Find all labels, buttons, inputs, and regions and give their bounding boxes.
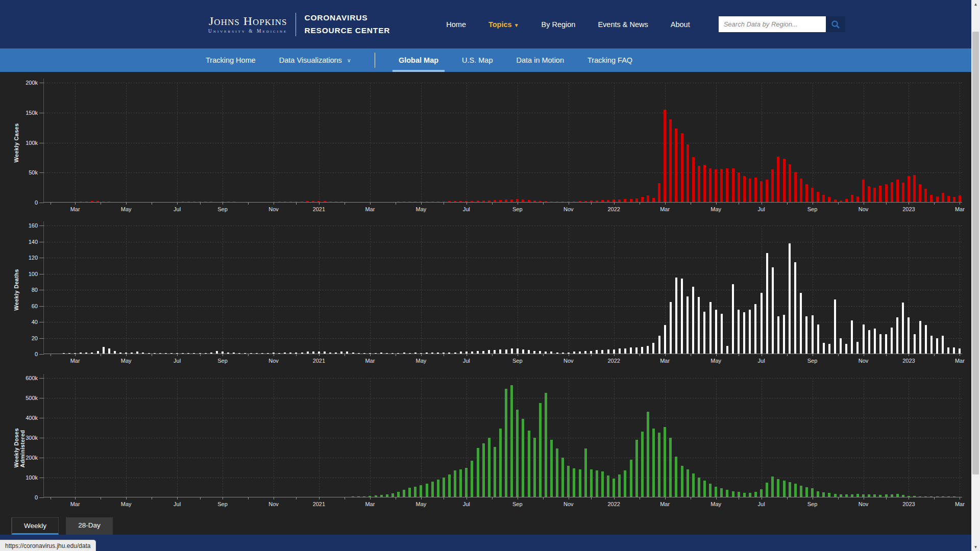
y-tick-label: 400k (14, 415, 38, 421)
x-tick (177, 354, 178, 356)
weekly-deaths-bar (726, 346, 728, 354)
weekly-deaths-bar (856, 342, 859, 354)
nav-by-region[interactable]: By Region (542, 20, 576, 29)
scroll-up-icon[interactable]: ▲ (971, 0, 980, 8)
v-gridline (75, 378, 76, 497)
y-tick-label: 120 (14, 255, 38, 261)
nav-events-news[interactable]: Events & News (598, 20, 648, 29)
subnav-tracking-faq[interactable]: Tracking FAQ (587, 48, 632, 72)
weekly-deaths-bar (868, 330, 870, 354)
x-minor-tick (739, 203, 739, 205)
subnav-divider (375, 53, 375, 68)
weekly-doses-administered-bar (426, 484, 428, 497)
weekly-deaths-bar (789, 243, 791, 354)
x-tick (909, 203, 909, 205)
x-minor-tick (640, 203, 640, 205)
x-minor-tick (543, 497, 544, 499)
weekly-doses-administered-bar (687, 469, 689, 497)
x-minor-tick (396, 203, 396, 205)
x-tick-label: Jul (174, 206, 181, 212)
x-tick (319, 497, 320, 499)
weekly-deaths-bar (794, 262, 796, 354)
jhu-wordmark-secondary: University & Medicine (208, 29, 287, 34)
x-minor-tick (492, 497, 493, 499)
subnav-us-map[interactable]: U.S. Map (462, 48, 493, 72)
weekly-doses-administered-bar (800, 486, 802, 497)
weekly-doses-administered-bar (618, 474, 621, 497)
weekly-cases-bar (726, 168, 728, 203)
search-input[interactable] (719, 16, 826, 32)
y-tick (39, 478, 44, 478)
nav-about[interactable]: About (671, 20, 690, 29)
y-tick (39, 172, 44, 173)
weekly-cases-bar (959, 195, 961, 203)
weekly-doses-administered-bar (528, 431, 530, 497)
h-gridline (44, 172, 962, 173)
v-gridline (569, 226, 569, 354)
weekly-cases-bar (777, 157, 779, 203)
x-minor-tick (492, 354, 493, 356)
x-tick (75, 203, 76, 205)
x-tick (762, 203, 762, 205)
weekly-deaths-bar (664, 325, 666, 354)
weekly-doses-administered-bar (805, 487, 808, 497)
x-minor-tick (691, 497, 691, 499)
x-tick-label: Mar (955, 206, 965, 212)
weekly-doses-administered-bar (630, 460, 632, 497)
jhu-logo[interactable]: Johns Hopkins University & Medicine CORO… (208, 12, 390, 36)
vertical-scrollbar[interactable]: ▲ ▼ (971, 0, 980, 551)
subnav-tracking-home[interactable]: Tracking Home (206, 48, 256, 72)
weekly-deaths-bar (766, 253, 768, 354)
x-minor-tick (787, 497, 788, 499)
v-gridline (960, 378, 960, 497)
x-minor-tick (934, 354, 935, 356)
x-tick (569, 203, 569, 205)
weekly-cases-bar (862, 180, 865, 203)
deaths-plot-area: 160140120100806040200MarMayJulSepNov2021… (43, 221, 962, 354)
subnav-data-visualizations[interactable]: Data Visualizations∨ (279, 48, 351, 72)
subnav-data-in-motion[interactable]: Data in Motion (517, 48, 565, 72)
weekly-doses-administered-bar (664, 427, 666, 497)
h-gridline (44, 143, 962, 143)
x-tick (223, 203, 223, 205)
x-minor-tick (591, 203, 592, 205)
h-gridline (44, 438, 962, 438)
nav-home[interactable]: Home (446, 20, 466, 29)
x-tick (75, 497, 76, 499)
x-minor-tick (739, 497, 739, 499)
weekly-cases-bar (738, 172, 740, 203)
weekly-deaths-bar (692, 287, 694, 354)
main-nav: Home Topics▼ By Region Events & News Abo… (446, 20, 690, 29)
weekly-cases-bar (715, 169, 717, 203)
weekly-doses-administered-bar (652, 429, 655, 497)
weekly-doses-administered-bar (403, 490, 405, 497)
weekly-doses-administered-bar (760, 489, 763, 497)
v-gridline (274, 226, 274, 354)
x-minor-tick (640, 497, 640, 499)
x-tick (665, 203, 666, 205)
nav-topics[interactable]: Topics▼ (488, 20, 519, 29)
tab-28-day[interactable]: 28-Day (66, 517, 113, 535)
x-tick (960, 497, 960, 499)
subnav-global-map[interactable]: Global Map (399, 48, 438, 72)
x-tick (716, 354, 717, 356)
x-tick-label: 2023 (902, 501, 915, 507)
h-gridline (44, 83, 962, 83)
v-gridline (614, 83, 615, 203)
x-tick-label: May (710, 358, 721, 364)
tab-weekly[interactable]: Weekly (12, 517, 59, 535)
weekly-doses-administered-bar (658, 433, 660, 497)
x-tick-label: Mar (660, 358, 670, 364)
search-button[interactable] (826, 16, 845, 32)
scroll-down-icon[interactable]: ▼ (971, 543, 980, 551)
x-tick (614, 203, 615, 205)
x-minor-tick (787, 203, 788, 205)
v-gridline (518, 226, 518, 354)
x-minor-tick (248, 203, 249, 205)
weekly-cases-bar (783, 159, 786, 203)
scrollbar-thumb[interactable] (972, 32, 979, 474)
x-tick-label: May (415, 206, 426, 212)
x-minor-tick (51, 354, 51, 356)
weekly-deaths-bar (641, 347, 643, 354)
weekly-cases-bar (919, 184, 921, 203)
